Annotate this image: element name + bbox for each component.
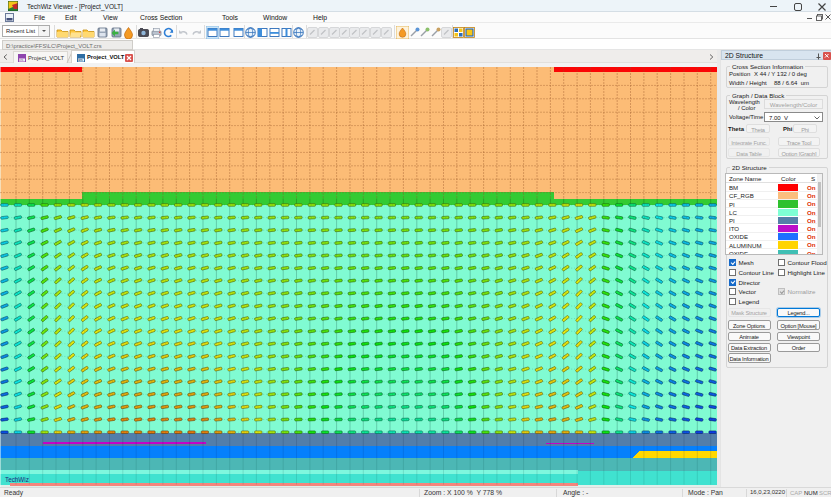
svg-text:crs: crs (19, 58, 23, 62)
svg-text:crs: crs (78, 58, 83, 62)
svg-text:TechWiz: TechWiz (5, 476, 29, 483)
